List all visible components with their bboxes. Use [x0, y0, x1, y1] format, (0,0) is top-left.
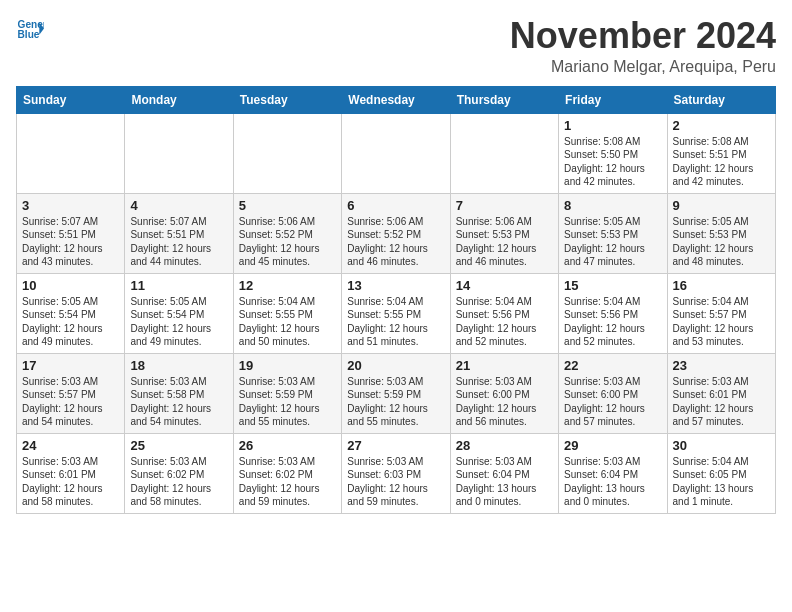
day-info: Sunrise: 5:04 AM Sunset: 5:56 PM Dayligh… — [456, 295, 553, 349]
day-info: Sunrise: 5:05 AM Sunset: 5:54 PM Dayligh… — [130, 295, 227, 349]
calendar-cell: 25Sunrise: 5:03 AM Sunset: 6:02 PM Dayli… — [125, 433, 233, 513]
day-number: 26 — [239, 438, 336, 453]
calendar-cell: 24Sunrise: 5:03 AM Sunset: 6:01 PM Dayli… — [17, 433, 125, 513]
svg-text:Blue: Blue — [18, 29, 40, 40]
day-number: 14 — [456, 278, 553, 293]
calendar-cell: 10Sunrise: 5:05 AM Sunset: 5:54 PM Dayli… — [17, 273, 125, 353]
day-number: 18 — [130, 358, 227, 373]
calendar-cell: 3Sunrise: 5:07 AM Sunset: 5:51 PM Daylig… — [17, 193, 125, 273]
day-info: Sunrise: 5:03 AM Sunset: 6:02 PM Dayligh… — [130, 455, 227, 509]
day-number: 3 — [22, 198, 119, 213]
calendar-week-row: 1Sunrise: 5:08 AM Sunset: 5:50 PM Daylig… — [17, 113, 776, 193]
calendar-cell: 14Sunrise: 5:04 AM Sunset: 5:56 PM Dayli… — [450, 273, 558, 353]
calendar-cell: 28Sunrise: 5:03 AM Sunset: 6:04 PM Dayli… — [450, 433, 558, 513]
day-number: 9 — [673, 198, 770, 213]
day-info: Sunrise: 5:08 AM Sunset: 5:50 PM Dayligh… — [564, 135, 661, 189]
day-number: 30 — [673, 438, 770, 453]
calendar-cell: 11Sunrise: 5:05 AM Sunset: 5:54 PM Dayli… — [125, 273, 233, 353]
calendar-cell: 29Sunrise: 5:03 AM Sunset: 6:04 PM Dayli… — [559, 433, 667, 513]
day-number: 24 — [22, 438, 119, 453]
day-number: 8 — [564, 198, 661, 213]
day-info: Sunrise: 5:06 AM Sunset: 5:52 PM Dayligh… — [239, 215, 336, 269]
day-number: 23 — [673, 358, 770, 373]
calendar-cell: 26Sunrise: 5:03 AM Sunset: 6:02 PM Dayli… — [233, 433, 341, 513]
weekday-header-row: SundayMondayTuesdayWednesdayThursdayFrid… — [17, 86, 776, 113]
day-info: Sunrise: 5:03 AM Sunset: 6:00 PM Dayligh… — [456, 375, 553, 429]
calendar-cell: 17Sunrise: 5:03 AM Sunset: 5:57 PM Dayli… — [17, 353, 125, 433]
day-number: 19 — [239, 358, 336, 373]
day-info: Sunrise: 5:05 AM Sunset: 5:54 PM Dayligh… — [22, 295, 119, 349]
day-number: 10 — [22, 278, 119, 293]
calendar-cell: 23Sunrise: 5:03 AM Sunset: 6:01 PM Dayli… — [667, 353, 775, 433]
calendar-week-row: 17Sunrise: 5:03 AM Sunset: 5:57 PM Dayli… — [17, 353, 776, 433]
calendar-week-row: 24Sunrise: 5:03 AM Sunset: 6:01 PM Dayli… — [17, 433, 776, 513]
calendar-cell: 20Sunrise: 5:03 AM Sunset: 5:59 PM Dayli… — [342, 353, 450, 433]
day-number: 25 — [130, 438, 227, 453]
location-title: Mariano Melgar, Arequipa, Peru — [510, 58, 776, 76]
day-info: Sunrise: 5:03 AM Sunset: 6:03 PM Dayligh… — [347, 455, 444, 509]
day-info: Sunrise: 5:04 AM Sunset: 5:55 PM Dayligh… — [347, 295, 444, 349]
day-info: Sunrise: 5:07 AM Sunset: 5:51 PM Dayligh… — [130, 215, 227, 269]
day-number: 27 — [347, 438, 444, 453]
day-number: 22 — [564, 358, 661, 373]
day-number: 20 — [347, 358, 444, 373]
calendar-week-row: 10Sunrise: 5:05 AM Sunset: 5:54 PM Dayli… — [17, 273, 776, 353]
day-info: Sunrise: 5:03 AM Sunset: 5:58 PM Dayligh… — [130, 375, 227, 429]
weekday-label: Monday — [125, 86, 233, 113]
calendar-week-row: 3Sunrise: 5:07 AM Sunset: 5:51 PM Daylig… — [17, 193, 776, 273]
calendar-cell — [342, 113, 450, 193]
logo: General Blue — [16, 16, 44, 44]
calendar-cell: 7Sunrise: 5:06 AM Sunset: 5:53 PM Daylig… — [450, 193, 558, 273]
day-number: 11 — [130, 278, 227, 293]
day-info: Sunrise: 5:03 AM Sunset: 5:59 PM Dayligh… — [347, 375, 444, 429]
day-number: 5 — [239, 198, 336, 213]
calendar-cell — [17, 113, 125, 193]
day-info: Sunrise: 5:04 AM Sunset: 6:05 PM Dayligh… — [673, 455, 770, 509]
day-info: Sunrise: 5:07 AM Sunset: 5:51 PM Dayligh… — [22, 215, 119, 269]
weekday-label: Thursday — [450, 86, 558, 113]
day-info: Sunrise: 5:05 AM Sunset: 5:53 PM Dayligh… — [673, 215, 770, 269]
calendar-cell: 21Sunrise: 5:03 AM Sunset: 6:00 PM Dayli… — [450, 353, 558, 433]
calendar-cell: 15Sunrise: 5:04 AM Sunset: 5:56 PM Dayli… — [559, 273, 667, 353]
calendar-cell: 12Sunrise: 5:04 AM Sunset: 5:55 PM Dayli… — [233, 273, 341, 353]
day-number: 15 — [564, 278, 661, 293]
calendar-cell — [233, 113, 341, 193]
day-number: 16 — [673, 278, 770, 293]
day-info: Sunrise: 5:03 AM Sunset: 6:00 PM Dayligh… — [564, 375, 661, 429]
day-info: Sunrise: 5:06 AM Sunset: 5:52 PM Dayligh… — [347, 215, 444, 269]
day-info: Sunrise: 5:03 AM Sunset: 6:02 PM Dayligh… — [239, 455, 336, 509]
day-info: Sunrise: 5:08 AM Sunset: 5:51 PM Dayligh… — [673, 135, 770, 189]
day-info: Sunrise: 5:05 AM Sunset: 5:53 PM Dayligh… — [564, 215, 661, 269]
day-info: Sunrise: 5:04 AM Sunset: 5:55 PM Dayligh… — [239, 295, 336, 349]
calendar-cell: 16Sunrise: 5:04 AM Sunset: 5:57 PM Dayli… — [667, 273, 775, 353]
day-info: Sunrise: 5:03 AM Sunset: 6:01 PM Dayligh… — [22, 455, 119, 509]
calendar-cell: 8Sunrise: 5:05 AM Sunset: 5:53 PM Daylig… — [559, 193, 667, 273]
day-number: 12 — [239, 278, 336, 293]
day-info: Sunrise: 5:03 AM Sunset: 5:57 PM Dayligh… — [22, 375, 119, 429]
calendar-cell: 5Sunrise: 5:06 AM Sunset: 5:52 PM Daylig… — [233, 193, 341, 273]
weekday-label: Tuesday — [233, 86, 341, 113]
calendar-cell: 22Sunrise: 5:03 AM Sunset: 6:00 PM Dayli… — [559, 353, 667, 433]
calendar-body: 1Sunrise: 5:08 AM Sunset: 5:50 PM Daylig… — [17, 113, 776, 513]
calendar-cell: 9Sunrise: 5:05 AM Sunset: 5:53 PM Daylig… — [667, 193, 775, 273]
day-number: 13 — [347, 278, 444, 293]
weekday-label: Sunday — [17, 86, 125, 113]
calendar-cell: 4Sunrise: 5:07 AM Sunset: 5:51 PM Daylig… — [125, 193, 233, 273]
day-number: 21 — [456, 358, 553, 373]
day-info: Sunrise: 5:04 AM Sunset: 5:57 PM Dayligh… — [673, 295, 770, 349]
day-number: 29 — [564, 438, 661, 453]
calendar-cell: 1Sunrise: 5:08 AM Sunset: 5:50 PM Daylig… — [559, 113, 667, 193]
page-header: General Blue November 2024 Mariano Melga… — [16, 16, 776, 76]
weekday-label: Wednesday — [342, 86, 450, 113]
title-block: November 2024 Mariano Melgar, Arequipa, … — [510, 16, 776, 76]
calendar-cell — [450, 113, 558, 193]
calendar-cell: 19Sunrise: 5:03 AM Sunset: 5:59 PM Dayli… — [233, 353, 341, 433]
day-number: 7 — [456, 198, 553, 213]
day-info: Sunrise: 5:03 AM Sunset: 6:04 PM Dayligh… — [564, 455, 661, 509]
weekday-label: Friday — [559, 86, 667, 113]
calendar-cell: 30Sunrise: 5:04 AM Sunset: 6:05 PM Dayli… — [667, 433, 775, 513]
calendar-cell: 13Sunrise: 5:04 AM Sunset: 5:55 PM Dayli… — [342, 273, 450, 353]
calendar-cell: 6Sunrise: 5:06 AM Sunset: 5:52 PM Daylig… — [342, 193, 450, 273]
calendar-table: SundayMondayTuesdayWednesdayThursdayFrid… — [16, 86, 776, 514]
month-title: November 2024 — [510, 16, 776, 56]
